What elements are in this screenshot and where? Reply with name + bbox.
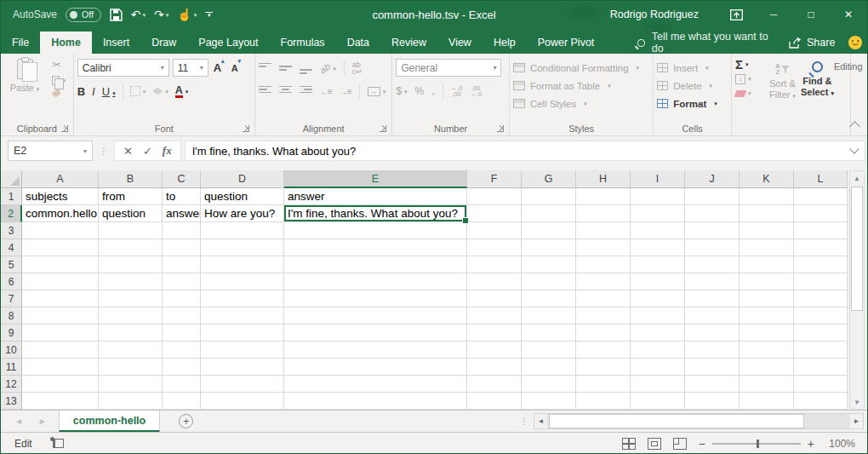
- row-header-11[interactable]: 11: [1, 359, 22, 376]
- tab-view[interactable]: View: [437, 32, 483, 54]
- align-left-button[interactable]: [259, 86, 271, 97]
- cell-A8[interactable]: [22, 307, 99, 325]
- tab-page-layout[interactable]: Page Layout: [187, 32, 269, 54]
- column-header-G[interactable]: G: [522, 170, 576, 188]
- cell-A5[interactable]: [22, 256, 99, 273]
- cell-H6[interactable]: [576, 273, 631, 290]
- cell-J7[interactable]: [685, 290, 740, 307]
- row-header-5[interactable]: 5: [1, 256, 22, 273]
- cell-E9[interactable]: [284, 325, 467, 342]
- page-break-preview-button[interactable]: [673, 438, 687, 450]
- cell-I3[interactable]: [631, 222, 685, 239]
- cell-A10[interactable]: [22, 342, 99, 359]
- cell-C13[interactable]: [163, 393, 201, 410]
- vertical-scrollbar[interactable]: ▲ ▼: [849, 170, 865, 410]
- cell-H10[interactable]: [576, 342, 631, 359]
- font-size-select[interactable]: 11▾: [173, 59, 208, 77]
- fill-button[interactable]: ↓: [735, 73, 764, 84]
- sort-filter-button[interactable]: AZ Sort &Filter: [769, 60, 796, 135]
- cell-E4[interactable]: [284, 239, 467, 256]
- cell-E11[interactable]: [284, 359, 467, 376]
- cell-A6[interactable]: [22, 273, 99, 290]
- cell-C7[interactable]: [163, 290, 201, 307]
- horizontal-scroll-thumb[interactable]: [549, 414, 804, 428]
- maximize-button[interactable]: □: [792, 1, 830, 28]
- next-sheet-icon[interactable]: ►: [38, 417, 47, 426]
- touch-mouse-mode-button[interactable]: ☝▾: [177, 9, 197, 20]
- cell-L2[interactable]: [794, 205, 848, 222]
- align-right-button[interactable]: [300, 86, 312, 97]
- cell-D8[interactable]: [201, 307, 284, 325]
- cell-I8[interactable]: [631, 307, 685, 325]
- align-top-button[interactable]: [259, 63, 271, 74]
- cell-G5[interactable]: [522, 256, 576, 273]
- underline-button[interactable]: U: [102, 85, 116, 98]
- cell-B11[interactable]: [99, 359, 163, 376]
- cancel-button[interactable]: ✕: [123, 145, 133, 158]
- row-header-12[interactable]: 12: [1, 376, 22, 393]
- undo-dropdown-icon[interactable]: ▾: [143, 12, 146, 18]
- formula-input[interactable]: I'm fine, thanks. What about you?: [185, 141, 865, 161]
- cell-F6[interactable]: [467, 273, 522, 290]
- scroll-right-icon[interactable]: ►: [850, 414, 863, 428]
- autosum-button[interactable]: Σ: [735, 59, 764, 70]
- cut-button[interactable]: ✂: [52, 60, 66, 71]
- increase-indent-button[interactable]: →≡: [340, 87, 351, 96]
- cell-F12[interactable]: [467, 376, 522, 393]
- row-header-6[interactable]: 6: [1, 273, 22, 290]
- row-header-13[interactable]: 13: [1, 393, 22, 410]
- cell-E7[interactable]: [284, 290, 467, 307]
- row-header-7[interactable]: 7: [1, 290, 22, 307]
- cell-I2[interactable]: [631, 205, 685, 222]
- cell-H3[interactable]: [576, 222, 631, 239]
- scroll-left-icon[interactable]: ◄: [534, 414, 547, 428]
- cell-K10[interactable]: [740, 342, 794, 359]
- zoom-level[interactable]: 100%: [826, 438, 855, 450]
- row-header-10[interactable]: 10: [1, 342, 22, 359]
- cell-F3[interactable]: [467, 222, 522, 239]
- cell-L1[interactable]: [794, 188, 848, 205]
- insert-function-button[interactable]: fx: [163, 144, 172, 158]
- cell-L10[interactable]: [794, 342, 848, 359]
- align-middle-button[interactable]: [279, 63, 292, 74]
- merge-center-button[interactable]: ↔: [368, 86, 386, 97]
- tab-data[interactable]: Data: [336, 32, 380, 54]
- number-dialog-launcher[interactable]: [497, 125, 504, 132]
- cell-A4[interactable]: [22, 239, 99, 256]
- column-header-F[interactable]: F: [467, 170, 522, 188]
- cell-B2[interactable]: question: [99, 205, 163, 222]
- cell-J4[interactable]: [685, 239, 740, 256]
- cell-J10[interactable]: [685, 342, 740, 359]
- column-header-K[interactable]: K: [740, 170, 794, 188]
- touch-mode-dropdown-icon[interactable]: ▾: [194, 12, 197, 18]
- cell-F8[interactable]: [467, 307, 522, 325]
- cell-G10[interactable]: [522, 342, 576, 359]
- paste-button[interactable]: Paste: [8, 59, 42, 93]
- cell-C4[interactable]: [163, 239, 201, 256]
- cell-C1[interactable]: to: [163, 188, 201, 205]
- undo-button[interactable]: ↶▾: [131, 9, 146, 20]
- font-name-select[interactable]: Calibri▾: [77, 59, 169, 77]
- cell-D7[interactable]: [201, 290, 284, 307]
- scroll-down-icon[interactable]: ▼: [850, 395, 864, 409]
- cell-E1[interactable]: answer: [284, 188, 467, 205]
- zoom-slider-thumb[interactable]: [757, 440, 759, 448]
- wrap-text-button[interactable]: abc↵: [352, 61, 363, 75]
- cell-L13[interactable]: [794, 393, 848, 410]
- expand-formula-bar-icon[interactable]: [849, 144, 859, 153]
- cell-D3[interactable]: [201, 222, 284, 239]
- increase-font-size-button[interactable]: A▴: [212, 61, 226, 74]
- fill-color-button[interactable]: [152, 86, 168, 97]
- cell-E5[interactable]: [284, 256, 467, 273]
- cell-D2[interactable]: How are you?: [201, 205, 284, 222]
- name-box[interactable]: E2▾: [8, 141, 93, 161]
- column-header-D[interactable]: D: [201, 170, 284, 188]
- cell-L11[interactable]: [794, 359, 848, 376]
- cell-L7[interactable]: [794, 290, 848, 307]
- share-button[interactable]: Share: [780, 32, 843, 54]
- cell-D5[interactable]: [201, 256, 284, 273]
- column-header-L[interactable]: L: [794, 170, 848, 188]
- cell-E8[interactable]: [284, 307, 467, 325]
- cell-L8[interactable]: [794, 307, 848, 325]
- cell-J6[interactable]: [685, 273, 740, 290]
